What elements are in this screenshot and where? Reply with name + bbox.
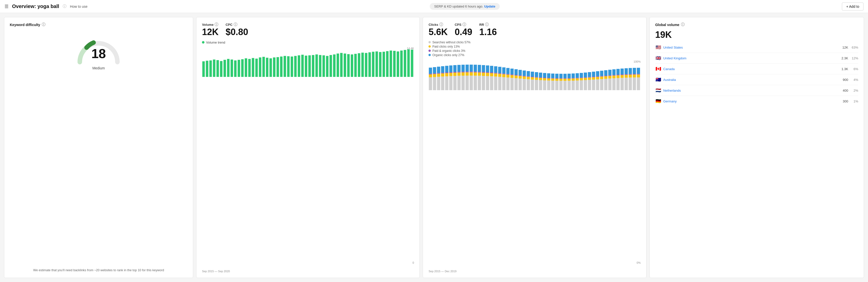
svg-rect-177	[547, 78, 550, 81]
svg-rect-167	[535, 72, 538, 77]
svg-rect-212	[584, 80, 587, 90]
svg-rect-40	[344, 54, 346, 77]
cpc-help-icon[interactable]: ⓘ	[234, 22, 237, 27]
volume-metric: Volume ⓘ 12K	[202, 22, 218, 37]
svg-rect-201	[572, 78, 575, 81]
svg-rect-219	[588, 72, 591, 77]
svg-rect-36	[330, 55, 332, 77]
country-divider	[655, 96, 858, 96]
volume-help-icon[interactable]: ⓘ	[215, 22, 218, 27]
country-volume: 2.3K	[839, 56, 848, 60]
cps-value: 0.49	[455, 27, 472, 37]
svg-rect-138	[506, 74, 510, 75]
help-icon[interactable]: ⓘ	[63, 4, 66, 9]
country-name[interactable]: Canada	[663, 67, 837, 71]
svg-rect-253	[625, 75, 628, 77]
add-to-button[interactable]: + Add to	[842, 2, 864, 10]
country-list: 🇺🇸United States12K63%🇬🇧United Kingdom2.3…	[655, 44, 858, 104]
svg-rect-43	[354, 54, 357, 77]
kd-card-header: Keyword difficulty ⓘ	[10, 22, 187, 27]
global-label: Global volume	[655, 23, 679, 27]
svg-rect-46	[365, 53, 368, 77]
legend-item: Organic clicks only 27%	[429, 54, 641, 57]
svg-rect-113	[482, 73, 485, 76]
svg-rect-252	[625, 78, 628, 90]
how-to-use-link[interactable]: How to use	[70, 4, 88, 8]
cps-help-icon[interactable]: ⓘ	[462, 22, 466, 27]
cpc-metric: CPC ⓘ $0.80	[225, 22, 248, 37]
svg-rect-87	[453, 65, 457, 72]
svg-rect-165	[535, 77, 538, 80]
country-divider	[655, 85, 858, 85]
svg-rect-11	[241, 59, 244, 77]
country-name[interactable]: United Kingdom	[663, 56, 837, 60]
volume-label: Volume ⓘ	[202, 22, 218, 27]
svg-rect-16	[259, 57, 261, 77]
svg-rect-259	[629, 68, 632, 74]
legend-label: Paid & organic clicks 3%	[432, 49, 465, 52]
svg-rect-17	[262, 57, 265, 77]
main-content: Keyword difficulty ⓘ 18 Medium We estima…	[0, 13, 868, 282]
svg-rect-224	[596, 79, 599, 90]
svg-rect-12	[245, 58, 247, 77]
country-item: 🇩🇪Germany3001%	[655, 98, 858, 104]
country-name[interactable]: Netherlands	[663, 89, 837, 93]
volume-chart-area: 14.4K 0	[202, 47, 414, 269]
svg-rect-178	[547, 78, 550, 78]
rr-help-icon[interactable]: ⓘ	[485, 22, 489, 27]
clicks-help-icon[interactable]: ⓘ	[439, 22, 443, 27]
svg-rect-158	[527, 76, 530, 77]
clicks-legend: Searches without clicks 57%Paid clicks o…	[429, 41, 641, 58]
menu-icon[interactable]: ☰	[4, 4, 8, 9]
svg-rect-247	[617, 69, 620, 75]
svg-rect-41	[347, 54, 350, 77]
svg-rect-81	[449, 73, 453, 76]
svg-rect-173	[543, 78, 547, 80]
svg-rect-256	[629, 77, 632, 90]
clicks-chart-bottom: 0%	[637, 261, 641, 264]
svg-rect-131	[498, 67, 501, 73]
country-pct: 2%	[850, 89, 858, 93]
svg-rect-241	[612, 75, 616, 78]
svg-rect-7	[227, 59, 229, 77]
kd-help-icon[interactable]: ⓘ	[42, 22, 45, 27]
svg-rect-56	[400, 50, 403, 77]
svg-rect-154	[523, 76, 526, 76]
svg-rect-153	[523, 76, 526, 79]
country-pct: 1%	[850, 99, 858, 103]
page-title: Overview: yoga ball	[12, 3, 59, 9]
svg-rect-170	[539, 77, 542, 78]
svg-rect-200	[572, 81, 575, 90]
svg-rect-257	[629, 75, 632, 77]
global-help-icon[interactable]: ⓘ	[681, 22, 685, 27]
svg-rect-117	[486, 73, 489, 76]
country-name[interactable]: Australia	[663, 78, 837, 82]
country-name[interactable]: United States	[663, 45, 837, 49]
svg-rect-28	[301, 55, 304, 77]
cpc-value: $0.80	[225, 27, 248, 37]
svg-rect-0	[203, 61, 205, 77]
svg-rect-229	[600, 76, 603, 79]
svg-rect-47	[369, 52, 371, 77]
svg-rect-65	[433, 74, 436, 77]
clicks-bar-chart	[429, 60, 641, 90]
svg-rect-125	[494, 73, 497, 76]
country-name[interactable]: Germany	[663, 99, 837, 103]
svg-rect-159	[527, 71, 530, 76]
svg-rect-234	[604, 75, 608, 76]
serp-update-link[interactable]: Update	[484, 4, 495, 8]
svg-rect-179	[547, 73, 550, 78]
svg-rect-69	[437, 74, 440, 77]
cps-label: CPS ⓘ	[455, 22, 472, 27]
svg-rect-228	[600, 79, 603, 90]
svg-rect-171	[539, 73, 542, 77]
country-item: 🇳🇱Netherlands4002%	[655, 87, 858, 93]
clicks-label: Clicks ⓘ	[429, 22, 447, 27]
svg-rect-210	[580, 77, 583, 78]
serp-notice: SERP & KD updated 6 hours ago. Update	[430, 3, 500, 10]
country-volume: 12K	[839, 45, 848, 49]
svg-rect-103	[470, 65, 473, 72]
svg-rect-182	[551, 78, 554, 78]
svg-rect-31	[312, 55, 314, 77]
svg-rect-155	[523, 70, 526, 76]
